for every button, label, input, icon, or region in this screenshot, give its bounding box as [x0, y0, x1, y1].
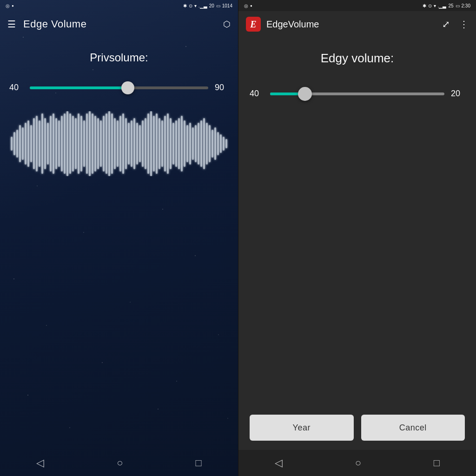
svg-rect-68	[200, 120, 202, 167]
app-title: Edge Volume	[23, 18, 216, 30]
right-bluetooth-icon: ✱	[423, 3, 426, 8]
svg-rect-72	[212, 130, 213, 158]
left-status-right: ✱ ⊙ ▾ .▁▃ 20 ▭ 1014	[183, 3, 232, 8]
svg-rect-1	[13, 132, 15, 155]
right-back-button[interactable]: ◁	[275, 457, 283, 469]
signal-number: 1014	[222, 3, 232, 8]
svg-rect-77	[225, 139, 227, 148]
wifi-icon: ▾	[194, 3, 197, 8]
svg-rect-76	[223, 137, 225, 151]
left-panel: ◎ ● ✱ ⊙ ▾ .▁▃ 20 ▭ 1014 ☰ Edge Volume ⬡ …	[0, 0, 238, 476]
left-slider-min: 40	[9, 83, 23, 93]
svg-rect-24	[78, 113, 79, 174]
right-status-left: ◎ ●	[244, 3, 252, 8]
svg-rect-33	[103, 116, 105, 172]
svg-rect-21	[69, 113, 71, 174]
svg-rect-58	[172, 123, 174, 165]
svg-rect-42	[128, 123, 130, 165]
right-recents-button[interactable]: □	[434, 457, 440, 469]
left-nav-bar: ◁ ○ □	[0, 450, 238, 476]
svg-rect-56	[167, 113, 169, 174]
camera-dot-icon: ◎	[6, 3, 10, 8]
battery-icon: ▭	[216, 3, 220, 8]
svg-rect-27	[86, 113, 88, 174]
year-button[interactable]: Year	[250, 415, 354, 441]
svg-rect-66	[195, 125, 197, 162]
svg-rect-55	[164, 116, 166, 172]
svg-rect-67	[198, 123, 199, 165]
svg-rect-17	[58, 120, 60, 167]
svg-rect-36	[111, 113, 113, 174]
right-camera-icon: ◎	[244, 3, 248, 8]
svg-rect-69	[203, 118, 205, 169]
svg-rect-5	[25, 123, 26, 165]
right-status-right: ✱ ⊙ ▾ .▁▃ 25 ▭ 2:30	[423, 3, 470, 8]
svg-rect-8	[33, 118, 35, 169]
svg-rect-40	[122, 113, 124, 174]
svg-rect-6	[27, 120, 29, 167]
svg-rect-35	[108, 111, 110, 176]
svg-rect-52	[156, 113, 158, 174]
left-main: Privsolume: 40 90	[0, 37, 238, 450]
left-status-left: ◎ ●	[6, 3, 14, 8]
left-slider-track[interactable]	[30, 86, 208, 89]
dot-icon: ●	[12, 4, 14, 8]
svg-rect-75	[220, 134, 222, 153]
svg-rect-53	[159, 118, 160, 169]
right-slider-thumb[interactable]	[298, 87, 312, 101]
right-home-button[interactable]: ○	[355, 457, 361, 469]
back-button[interactable]: ◁	[36, 457, 44, 469]
svg-rect-22	[72, 116, 74, 172]
left-toolbar: ☰ Edge Volume ⬡	[0, 11, 238, 37]
svg-rect-48	[145, 118, 146, 169]
svg-rect-37	[114, 118, 116, 169]
bluetooth-icon: ✱	[183, 3, 187, 8]
right-nav-bar: ◁ ○ □	[238, 450, 476, 476]
svg-rect-64	[189, 123, 191, 165]
more-options-icon[interactable]: ⋮	[459, 19, 469, 30]
right-share-icon[interactable]: ⤢	[442, 19, 450, 30]
home-button[interactable]: ○	[117, 457, 123, 469]
svg-rect-30	[94, 116, 96, 172]
right-battery-icon: ▭	[456, 3, 460, 8]
svg-rect-12	[44, 118, 46, 169]
svg-rect-25	[80, 116, 82, 172]
svg-rect-9	[36, 116, 38, 172]
svg-rect-43	[131, 120, 132, 167]
svg-rect-15	[53, 113, 54, 174]
right-slider-min: 40	[250, 89, 264, 99]
svg-rect-19	[64, 113, 66, 174]
svg-rect-74	[217, 132, 219, 155]
svg-rect-34	[106, 113, 107, 174]
svg-rect-49	[147, 113, 149, 174]
left-slider-thumb[interactable]	[121, 81, 134, 94]
waveform-display	[9, 111, 229, 176]
svg-rect-13	[47, 123, 49, 165]
svg-rect-39	[119, 116, 121, 172]
svg-rect-41	[125, 118, 127, 169]
svg-rect-28	[89, 111, 91, 176]
svg-rect-0	[11, 137, 13, 151]
svg-rect-16	[55, 118, 57, 169]
left-status-bar: ◎ ● ✱ ⊙ ▾ .▁▃ 20 ▭ 1014	[0, 0, 238, 11]
share-icon[interactable]: ⬡	[223, 19, 231, 29]
svg-rect-45	[136, 123, 138, 165]
right-slider-track[interactable]	[270, 93, 444, 95]
right-wifi-icon: ▾	[434, 3, 436, 8]
signal-bars: .▁▃	[198, 3, 207, 8]
app-icon-letter: E	[250, 19, 256, 30]
right-status-bar: ◎ ● ✱ ⊙ ▾ .▁▃ 25 ▭ 2:30	[238, 0, 476, 11]
menu-icon[interactable]: ☰	[7, 19, 16, 30]
recents-button[interactable]: □	[196, 457, 202, 469]
svg-rect-20	[66, 111, 68, 176]
svg-rect-14	[50, 116, 52, 172]
left-slider-fill	[30, 86, 128, 89]
right-target-icon: ⊙	[428, 3, 432, 8]
left-slider-container: 40 90	[9, 83, 229, 93]
right-slider-container: 40 20	[250, 89, 465, 99]
right-bottom-buttons: Year Cancel	[238, 405, 476, 450]
svg-rect-73	[214, 127, 216, 160]
svg-rect-7	[30, 125, 32, 162]
svg-rect-3	[19, 125, 21, 162]
cancel-button[interactable]: Cancel	[361, 415, 465, 441]
